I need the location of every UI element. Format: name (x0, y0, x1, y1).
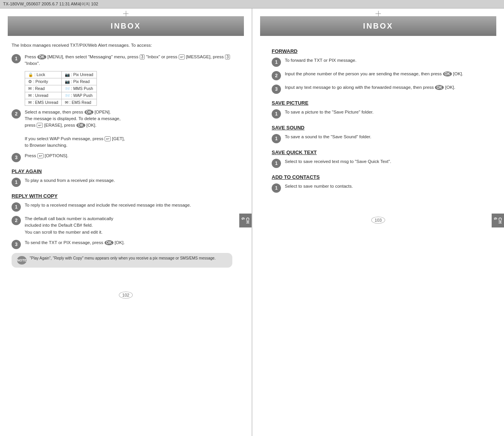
table-cell: ✉ : Read (25, 85, 62, 92)
forward-circle-1: 1 (272, 58, 281, 67)
rwc-step2: 2 The default call back number is automa… (12, 215, 232, 236)
save-sound-step1: 1 To save a sound to the "Save Sound" fo… (272, 134, 492, 143)
play-again-step1: 1 To play a sound from a received pix me… (12, 177, 232, 187)
table-row: 🔒 : Lock 📷 : Pix Unread (25, 71, 97, 78)
forward-text-3: Input any text message to go along with … (285, 84, 455, 91)
right-page-title: INBOX (260, 22, 496, 31)
right-page-content: FORWARD 1 To forward the TXT or PIX mess… (260, 36, 504, 208)
rwc-text-2: The default call back number is automati… (25, 215, 113, 236)
play-again-text-1: To play a sound from a received pix mess… (25, 177, 115, 184)
forward-circle-2: 2 (272, 71, 281, 80)
forward-text-2: Input the phone number of the person you… (285, 71, 463, 77)
top-bar: TX-180VW_050607 2005.6.7 11:31 AM페이지 102 (0, 0, 504, 8)
save-picture-heading: SAVE PICTURE (272, 100, 492, 106)
table-row: ✉ : EMS Unread ✉ : EMS Read (25, 99, 97, 105)
icon-table: 🔒 : Lock 📷 : Pix Unread ⚙ : Priority 📷 :… (25, 71, 97, 106)
step-2-text: Select a message, then press OK [OPEN]. … (25, 109, 125, 149)
forward-heading: FORWARD (272, 48, 492, 54)
rwc-step3: 3 To send the TXT or PIX message, press … (12, 239, 232, 249)
table-cell: 📨 : WAP Push (61, 92, 96, 99)
intro-text: The Inbox manages received TXT/PIX/Web A… (12, 42, 232, 48)
forward-step1: 1 To forward the TXT or PIX message. (272, 57, 492, 67)
table-cell: 📷 : Pix Unread (61, 71, 96, 78)
left-page-number: 102 (119, 290, 133, 300)
add-to-contacts-heading: ADD TO CONTACTS (272, 174, 492, 180)
top-bar-text: TX-180VW_050607 2005.6.7 11:31 AM페이지 102 (3, 2, 98, 6)
rwc-circle-3: 3 (12, 240, 21, 249)
save-sound-heading: SAVE SOUND (272, 125, 492, 131)
add-to-contacts-step1: 1 Select to save number to contacts. (272, 183, 492, 193)
top-crosshair (123, 11, 129, 16)
note-text: "Play Again", "Reply with Copy" menu app… (30, 256, 216, 260)
right-page: INBOX FORWARD 1 To forward the TXT or PI… (252, 8, 504, 436)
table-row: ✉ : Unread 📨 : WAP Push (25, 92, 97, 99)
save-picture-text-1: To save a picture to the "Save Picture" … (285, 109, 374, 115)
add-to-contacts-text-1: Select to save number to contacts. (285, 183, 353, 190)
left-page-header: INBOX (8, 16, 244, 36)
table-row: ⚙ : Priority 📷 : Pix Read (25, 78, 97, 85)
add-to-contacts-circle-1: 1 (272, 183, 281, 193)
left-page-title: INBOX (8, 22, 244, 31)
save-picture-circle-1: 1 (272, 109, 281, 119)
table-cell: 🔒 : Lock (25, 71, 62, 78)
rwc-text-3: To send the TXT or PIX message, press OK… (25, 239, 125, 246)
table-row: ✉ : Read 📨 : MMS Push (25, 85, 97, 92)
right-bottom-crosshair-area: 103 (252, 208, 504, 227)
top-crosshair-right (375, 11, 381, 16)
step-1-circle: 1 (12, 54, 21, 63)
step-3-row: 3 Press ↩ [OPTIONS]. (12, 153, 232, 162)
save-picture-step1: 1 To save a picture to the "Save Picture… (272, 109, 492, 119)
save-quick-text-heading: SAVE QUICK TEXT (272, 149, 492, 155)
save-sound-circle-1: 1 (272, 134, 281, 143)
table-cell: ✉ : EMS Unread (25, 99, 62, 105)
right-page-number: 103 (371, 215, 385, 225)
rwc-circle-1: 1 (12, 202, 21, 212)
step-1-row: 1 Press OK [MENU], then select "Messagin… (12, 54, 232, 67)
table-cell: 📷 : Pix Read (61, 78, 96, 85)
forward-text-1: To forward the TXT or PIX message. (285, 57, 357, 64)
save-quick-text-step1: 1 Select to save received text msg to "S… (272, 158, 492, 168)
step-1-text: Press OK [MENU], then select "Messaging"… (25, 54, 232, 67)
chapter-tab-right: CH6 (492, 214, 504, 227)
save-sound-text-1: To save a sound to the "Save Sound" fold… (285, 134, 371, 140)
forward-circle-3: 3 (272, 85, 281, 94)
play-again-heading: PLAY AGAIN (12, 168, 232, 174)
bottom-crosshair-area: 102 (0, 283, 252, 302)
play-again-circle-1: 1 (12, 178, 21, 187)
step-2-row: 2 Select a message, then press OK [OPEN]… (12, 109, 232, 149)
reply-with-copy-heading: REPLY WITH COPY (12, 193, 232, 199)
rwc-step1: 1 To reply to a received message and inc… (12, 202, 232, 212)
step-2-circle: 2 (12, 109, 21, 119)
rwc-text-1: To reply to a received message and inclu… (25, 202, 191, 209)
step-3-circle: 3 (12, 153, 21, 162)
forward-step3: 3 Input any text message to go along wit… (272, 84, 492, 94)
table-cell: ✉ : Unread (25, 92, 62, 99)
chapter-tab-left: CH6 (239, 214, 252, 227)
save-quick-text-circle-1: 1 (272, 159, 281, 168)
table-cell: ⚙ : Priority (25, 78, 62, 85)
rwc-circle-2: 2 (12, 216, 21, 225)
table-cell: 📨 : MMS Push (61, 85, 96, 92)
forward-step2: 2 Input the phone number of the person y… (272, 71, 492, 80)
table-cell: ✉ : EMS Read (61, 99, 96, 105)
left-page: INBOX The Inbox manages received TXT/PIX… (0, 8, 252, 436)
note-icon: NOTE (17, 256, 27, 265)
left-page-content: The Inbox manages received TXT/PIX/Web A… (0, 36, 244, 283)
note-box: NOTE "Play Again", "Reply with Copy" men… (12, 253, 232, 268)
right-page-header: INBOX (260, 16, 496, 36)
save-quick-text-text-1: Select to save received text msg to "Sav… (285, 158, 391, 165)
step-3-text: Press ↩ [OPTIONS]. (25, 153, 68, 159)
